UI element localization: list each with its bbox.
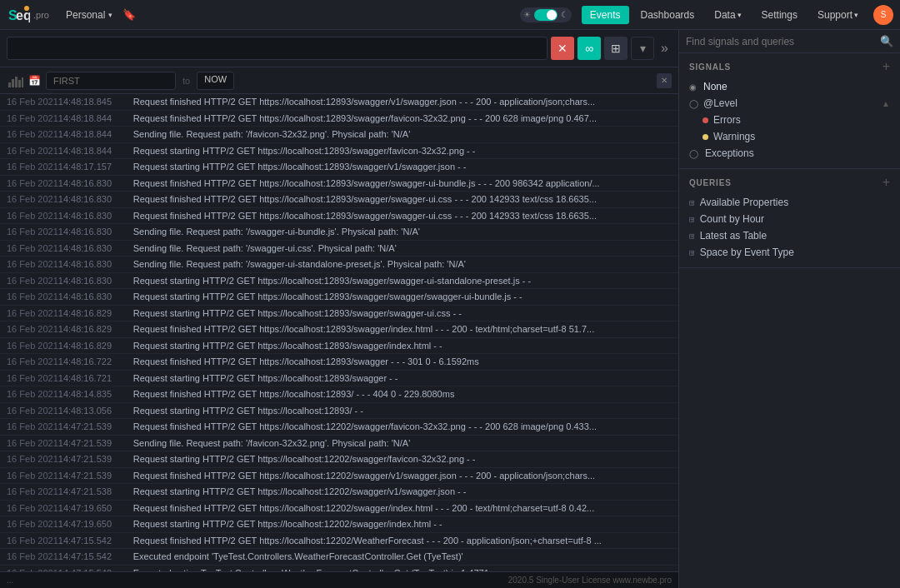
- log-row[interactable]: 16 Feb 202114:48:16.830Request finished …: [0, 192, 678, 208]
- log-date: 16 Feb 2021: [7, 501, 58, 516]
- query-grid-icon: ⊞: [689, 197, 695, 208]
- support-nav-btn[interactable]: Support ▾: [809, 6, 867, 24]
- theme-toggle[interactable]: ☀ ☾: [520, 7, 572, 22]
- log-row[interactable]: 16 Feb 202114:48:18.844Request starting …: [0, 143, 678, 160]
- log-message: Request finished HTTP/2 GET https://loca…: [133, 534, 602, 548]
- logo[interactable]: S eq .pro: [7, 3, 49, 27]
- log-message: Sending file. Request path: '/swagger-ui…: [133, 225, 420, 239]
- infinity-btn[interactable]: ∞: [578, 37, 601, 60]
- search-icon[interactable]: 🔍: [880, 35, 893, 47]
- log-row[interactable]: 16 Feb 202114:48:16.830Request starting …: [0, 273, 678, 290]
- signal-level-group[interactable]: ◯ @Level ▲: [679, 95, 900, 112]
- log-row[interactable]: 16 Feb 202114:48:16.830Request finished …: [0, 208, 678, 225]
- log-row[interactable]: 16 Feb 202114:48:16.830Sending file. Req…: [0, 241, 678, 257]
- data-nav-btn[interactable]: Data ▾: [706, 6, 749, 24]
- log-row[interactable]: 16 Feb 202114:48:18.845Request finished …: [0, 94, 678, 111]
- moon-icon: ☾: [561, 10, 568, 19]
- log-row[interactable]: 16 Feb 202114:47:15.542Request finished …: [0, 533, 678, 550]
- log-message: Request finished HTTP/2 GET https://loca…: [133, 387, 455, 401]
- chevron-up-icon: ▲: [882, 99, 890, 108]
- main-layout: ✕ ∞ ⊞ ▾ » 📅 to NOW ✕: [0, 30, 900, 588]
- log-row[interactable]: 16 Feb 202114:47:19.650Request finished …: [0, 501, 678, 517]
- log-message: Sending file. Request path: '/swagger-ui…: [133, 257, 466, 272]
- log-row[interactable]: 16 Feb 202114:47:21.538Request starting …: [0, 484, 678, 501]
- chevron-down-icon: ▾: [854, 11, 858, 19]
- query-count-by-hour[interactable]: ⊞ Count by Hour: [679, 211, 900, 227]
- log-row[interactable]: 16 Feb 202114:47:19.650Request starting …: [0, 516, 678, 533]
- log-time: 14:47:15.542: [58, 534, 133, 548]
- log-message: Request starting HTTP/2 GET https://loca…: [133, 404, 363, 418]
- log-time: 14:47:21.539: [58, 420, 133, 434]
- query-label: Available Properties: [700, 197, 789, 208]
- log-message: Request finished HTTP/2 GET https://loca…: [133, 192, 597, 207]
- svg-point-3: [24, 6, 29, 11]
- chart-icon[interactable]: [7, 72, 25, 90]
- log-row[interactable]: 16 Feb 202114:47:21.539Request starting …: [0, 451, 678, 468]
- log-row[interactable]: 16 Feb 202114:48:16.830Request finished …: [0, 176, 678, 192]
- log-time: 14:47:21.539: [58, 469, 133, 483]
- toggle-track[interactable]: [534, 9, 558, 21]
- signal-none[interactable]: ◉ None: [679, 78, 900, 95]
- log-date: 16 Feb 2021: [7, 339, 58, 353]
- more-options-btn[interactable]: ▾: [631, 37, 654, 60]
- log-row[interactable]: 16 Feb 202114:48:16.830Sending file. Req…: [0, 224, 678, 241]
- log-date: 16 Feb 2021: [7, 95, 58, 109]
- log-row[interactable]: 16 Feb 202114:48:16.829Request starting …: [0, 338, 678, 355]
- settings-nav-btn[interactable]: Settings: [753, 6, 806, 24]
- query-space-by-event-type[interactable]: ⊞ Space by Event Type: [679, 244, 900, 261]
- grid-view-btn[interactable]: ⊞: [604, 37, 628, 60]
- clear-search-btn[interactable]: ✕: [551, 37, 574, 60]
- query-latest-as-table[interactable]: ⊞ Latest as Table: [679, 227, 900, 244]
- signal-errors[interactable]: Errors: [679, 112, 900, 128]
- log-message: Sending file. Request path: '/favicon-32…: [133, 436, 411, 451]
- log-row[interactable]: 16 Feb 202114:48:16.722Request finished …: [0, 354, 678, 371]
- signal-warnings[interactable]: Warnings: [679, 128, 900, 145]
- workspace-selector[interactable]: Personal ▾: [59, 7, 119, 23]
- query-grid-icon: ⊞: [689, 231, 695, 242]
- log-time: 14:48:16.830: [58, 192, 133, 207]
- add-query-btn[interactable]: +: [882, 176, 890, 189]
- log-row[interactable]: 16 Feb 202114:48:18.844Request finished …: [0, 111, 678, 127]
- bottom-bar: ... 2020.5 Single-User License www.newbe…: [0, 571, 678, 588]
- log-row[interactable]: 16 Feb 202114:47:21.539Sending file. Req…: [0, 436, 678, 452]
- log-time: 14:48:16.829: [58, 306, 133, 321]
- expand-btn[interactable]: »: [658, 41, 672, 56]
- log-area[interactable]: 16 Feb 202114:48:18.845Request finished …: [0, 94, 678, 571]
- log-row[interactable]: 16 Feb 202114:48:16.829Request finished …: [0, 321, 678, 338]
- log-row[interactable]: 16 Feb 202114:48:14.835Request finished …: [0, 386, 678, 403]
- log-row[interactable]: 16 Feb 202114:48:13.056Request starting …: [0, 403, 678, 420]
- search-input[interactable]: [7, 37, 548, 60]
- log-date: 16 Feb 2021: [7, 144, 58, 158]
- log-row[interactable]: 16 Feb 202114:48:17.157Request starting …: [0, 159, 678, 176]
- log-date: 16 Feb 2021: [7, 127, 58, 142]
- radio-icon: ◉: [689, 82, 697, 92]
- dashboards-nav-btn[interactable]: Dashboards: [632, 6, 703, 24]
- events-nav-btn[interactable]: Events: [582, 6, 629, 24]
- query-label: Latest as Table: [700, 230, 768, 242]
- left-panel: ✕ ∞ ⊞ ▾ » 📅 to NOW ✕: [0, 30, 679, 588]
- warnings-label: Warnings: [713, 131, 755, 142]
- add-signal-btn[interactable]: +: [882, 60, 890, 73]
- user-avatar[interactable]: S: [873, 5, 893, 25]
- from-time-input[interactable]: [46, 72, 176, 90]
- log-row[interactable]: 16 Feb 202114:48:16.830Request starting …: [0, 289, 678, 306]
- log-row[interactable]: 16 Feb 202114:47:21.539Request finished …: [0, 468, 678, 485]
- log-row[interactable]: 16 Feb 202114:47:15.542Executed endpoint…: [0, 549, 678, 566]
- log-date: 16 Feb 2021: [7, 387, 58, 401]
- seq-logo-icon: S eq: [7, 3, 30, 27]
- log-row[interactable]: 16 Feb 202114:48:16.829Request starting …: [0, 306, 678, 322]
- log-date: 16 Feb 2021: [7, 209, 58, 223]
- log-row[interactable]: 16 Feb 202114:48:16.830Sending file. Req…: [0, 257, 678, 273]
- calendar-icon: 📅: [28, 75, 41, 87]
- clear-time-btn[interactable]: ✕: [657, 73, 672, 88]
- log-row[interactable]: 16 Feb 202114:47:21.539Request finished …: [0, 419, 678, 436]
- footer-right: 2020.5 Single-User License www.newbe.pro: [508, 576, 672, 585]
- signal-exceptions[interactable]: ◯ Exceptions: [679, 145, 900, 162]
- log-time: 14:47:21.539: [58, 452, 133, 466]
- log-row[interactable]: 16 Feb 202114:47:15.542Executed action T…: [0, 566, 678, 572]
- log-row[interactable]: 16 Feb 202114:48:16.721Request starting …: [0, 371, 678, 387]
- log-row[interactable]: 16 Feb 202114:48:18.844Sending file. Req…: [0, 127, 678, 143]
- query-available-properties[interactable]: ⊞ Available Properties: [679, 194, 900, 211]
- signals-search-input[interactable]: [686, 36, 877, 47]
- bookmark-icon[interactable]: 🔖: [122, 8, 136, 21]
